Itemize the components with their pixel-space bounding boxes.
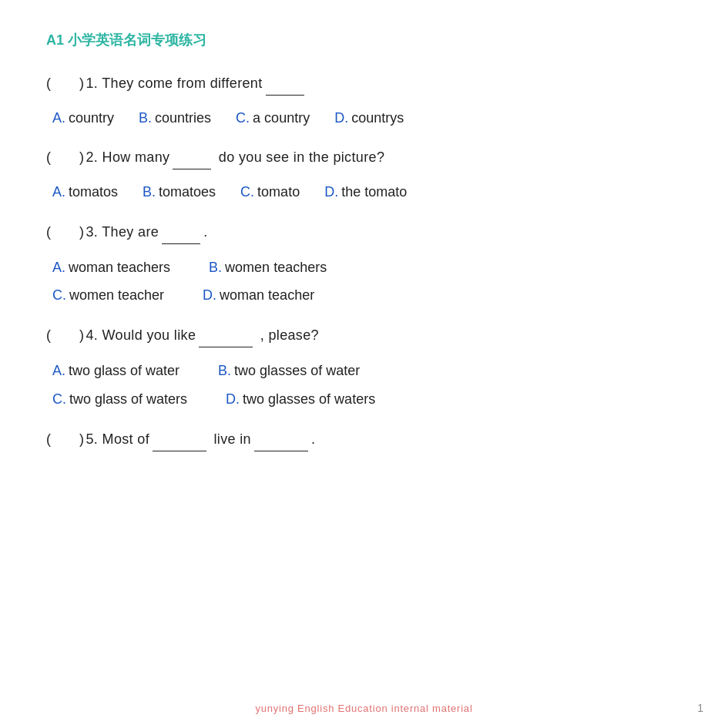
q3-options: A. woman teachers B. women teachers C. w… — [46, 255, 682, 308]
q3-option-c: C. women teacher — [52, 283, 164, 307]
q3-blank — [162, 221, 200, 244]
q1-option-a: A. country — [52, 106, 114, 130]
q5-text2: live in — [210, 428, 251, 451]
q4-options-row2: C. two glass of waters D. two glasses of… — [52, 387, 682, 411]
q4-options-row1: A. two glass of water B. two glasses of … — [52, 358, 682, 383]
question-2-text: ( ) 2. How many do you see in the pictur… — [46, 146, 682, 169]
question-1-text: ( ) 1. They come from different — [46, 72, 682, 96]
q3-options-row2: C. women teacher D. woman teacher — [52, 283, 682, 307]
q3-text1: 3. They are — [86, 221, 159, 243]
question-2: ( ) 2. How many do you see in the pictur… — [46, 146, 682, 203]
q1-option-b: B. countries — [139, 106, 211, 130]
q4-text1: 4. Would you like — [86, 324, 196, 347]
q4-blank — [199, 324, 253, 347]
q3-option-a: A. woman teachers — [52, 255, 170, 280]
page-title: A1 小学英语名词专项练习 — [46, 31, 682, 49]
question-1: ( ) 1. They come from different A. count… — [46, 72, 682, 129]
footer-text: yunying English Education internal mater… — [0, 703, 728, 714]
q1-option-d: D. countrys — [334, 106, 404, 130]
q4-paren: ( ) — [46, 324, 84, 347]
question-3: ( ) 3. They are . A. woman teachers B. w… — [46, 221, 682, 308]
q2-options: A. tomatos B. tomatoes C. tomato D. the … — [52, 180, 682, 204]
q3-paren: ( ) — [46, 221, 84, 243]
q4-text2: , please? — [256, 324, 319, 347]
question-5-text: ( ) 5. Most of live in . — [46, 428, 682, 451]
q5-text1: 5. Most of — [86, 428, 149, 451]
page: A1 小学英语名词专项练习 ( ) 1. They come from diff… — [0, 0, 728, 728]
question-3-text: ( ) 3. They are . — [46, 221, 682, 244]
q4-option-c: C. two glass of waters — [52, 387, 187, 411]
q3-options-row1: A. woman teachers B. women teachers — [52, 255, 682, 280]
q1-paren: ( ) — [46, 72, 84, 95]
q2-text1: 2. How many — [86, 146, 169, 169]
question-4: ( ) 4. Would you like , please? A. two g… — [46, 324, 682, 411]
q4-option-a: A. two glass of water — [52, 358, 179, 383]
q3-option-b: B. women teachers — [209, 255, 327, 280]
question-4-text: ( ) 4. Would you like , please? — [46, 324, 682, 347]
q2-option-c: C. tomato — [240, 180, 300, 204]
q1-num: 1. They come from different — [86, 72, 262, 95]
q5-text3: . — [311, 428, 315, 451]
q3-option-d: D. woman teacher — [203, 283, 314, 307]
q2-option-b: B. tomatoes — [143, 180, 216, 204]
q2-paren: ( ) — [46, 146, 84, 169]
q3-text2: . — [203, 221, 207, 243]
q5-blank1 — [153, 428, 206, 451]
q2-option-a: A. tomatos — [52, 180, 118, 204]
q4-option-b: B. two glasses of water — [218, 358, 360, 383]
q4-options: A. two glass of water B. two glasses of … — [46, 358, 682, 411]
q2-text2: do you see in the picture? — [214, 146, 384, 169]
question-5: ( ) 5. Most of live in . — [46, 428, 682, 451]
q1-option-c: C. a country — [236, 106, 310, 130]
q2-option-d: D. the tomato — [324, 180, 407, 204]
q2-blank — [173, 146, 211, 169]
q1-blank — [266, 72, 304, 96]
footer-page: 1 — [697, 702, 703, 714]
q4-option-d: D. two glasses of waters — [226, 387, 375, 411]
q5-blank2 — [254, 428, 308, 451]
q5-paren: ( ) — [46, 428, 84, 451]
q1-options: A. country B. countries C. a country D. … — [52, 106, 682, 130]
